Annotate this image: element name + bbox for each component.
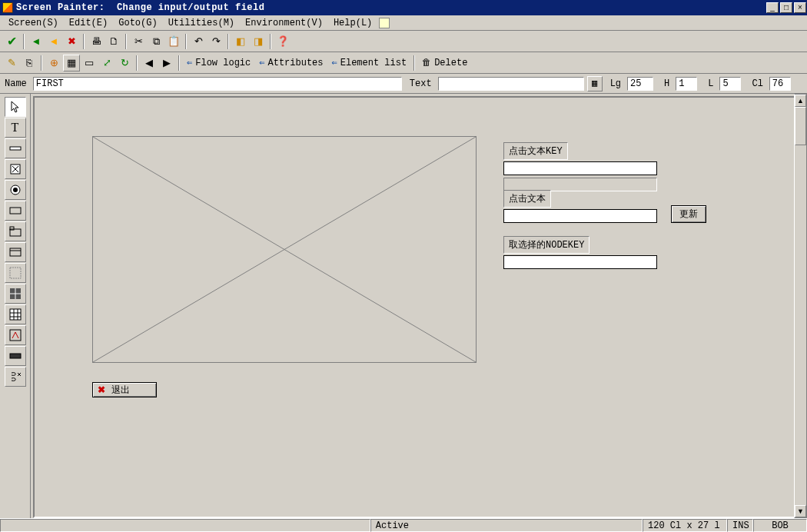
help-doc-icon: [379, 18, 390, 28]
refresh-icon[interactable]: ↻: [116, 55, 133, 71]
status-user: BOB: [753, 519, 807, 532]
label-selected-nodekey: 取选择的NODEKEY: [503, 236, 589, 254]
work-area: T 点击文本KEY 点击文本 更新: [0, 94, 807, 518]
svg-point-3: [13, 188, 18, 192]
cancel-icon[interactable]: ✖: [63, 33, 80, 50]
tool-radio-icon[interactable]: [5, 180, 26, 200]
update-button[interactable]: 更新: [671, 205, 706, 223]
window-titlebar: Screen Painter: Change input/output fiel…: [0, 0, 807, 15]
scroll-up-icon[interactable]: ▲: [795, 95, 806, 107]
next-icon[interactable]: ▶: [158, 55, 175, 71]
property-row: Name Text ▦ Lg H L Cl: [0, 74, 807, 94]
text-picker-icon[interactable]: ▦: [587, 76, 603, 91]
tool-status-icon[interactable]: [5, 346, 26, 366]
print-icon[interactable]: 🖶: [88, 33, 105, 50]
grid-icon[interactable]: ▦: [63, 55, 80, 71]
menu-screen[interactable]: Screen(S): [3, 16, 64, 30]
tool-text-icon[interactable]: T: [5, 118, 26, 138]
input-click-text[interactable]: [503, 209, 657, 223]
exit-button[interactable]: ✖ 退出: [92, 382, 157, 397]
maximize-button[interactable]: □: [780, 2, 792, 13]
standard-toolbar: ✔ ◄ ◄ ✖ 🖶 🗋 ✂ ⧉ 📋 ↶ ↷ ◧ ◨ ❓: [0, 31, 807, 52]
layout-canvas[interactable]: 点击文本KEY 点击文本 更新 取选择的NODEKEY ✖ 退出: [33, 96, 807, 518]
lg-label: Lg: [610, 78, 621, 89]
name-input[interactable]: [33, 77, 402, 91]
label-click-text: 点击文本: [503, 190, 551, 208]
find-icon[interactable]: 🗋: [105, 33, 122, 50]
cut-icon[interactable]: ✂: [130, 33, 147, 50]
arrow-left-icon: ⇐: [259, 57, 264, 68]
element-list-button[interactable]: ⇐ Element list: [328, 55, 411, 71]
input-click-text-key[interactable]: [503, 161, 657, 175]
session2-icon[interactable]: ◨: [250, 33, 267, 50]
lg-input[interactable]: [627, 77, 653, 91]
tool-tabstrip-icon[interactable]: [5, 221, 26, 241]
status-position: 120 Cl x 27 l: [643, 519, 727, 532]
status-mode: Active: [370, 519, 643, 532]
status-bar: Active 120 Cl x 27 l INS BOB: [0, 518, 807, 532]
menu-goto[interactable]: Goto(G): [113, 16, 162, 30]
redo-icon[interactable]: ↷: [208, 33, 224, 50]
l-label: L: [708, 78, 713, 89]
tool-pushbutton-icon[interactable]: [5, 201, 26, 221]
element-list-label: Element list: [340, 58, 407, 68]
svg-rect-13: [10, 309, 21, 320]
copy-icon[interactable]: ⧉: [148, 33, 164, 50]
status-insert: INS: [727, 519, 753, 532]
tool-subscreen-icon[interactable]: [5, 263, 26, 283]
custom-control-placeholder[interactable]: [92, 136, 477, 363]
delete-button[interactable]: 🗑 Delete: [418, 55, 471, 71]
delete-label: Delete: [434, 58, 467, 68]
menu-environment[interactable]: Environment(V): [240, 16, 328, 30]
undo-icon[interactable]: ↶: [190, 33, 207, 50]
menu-help[interactable]: Help(L): [328, 16, 377, 30]
flow-logic-button[interactable]: ⇐ Flow logic: [183, 55, 254, 71]
window-title: Screen Painter: Change input/output fiel…: [16, 2, 765, 13]
enter-icon[interactable]: ✔: [3, 33, 20, 50]
back-icon[interactable]: ◄: [28, 33, 45, 50]
window-icon[interactable]: ▭: [81, 55, 98, 71]
paste-icon[interactable]: 📋: [165, 33, 182, 50]
tool-tablecontrol-icon[interactable]: [5, 304, 26, 324]
help-icon[interactable]: ❓: [274, 33, 291, 50]
exit-icon[interactable]: ◄: [45, 33, 62, 50]
menu-utilities[interactable]: Utilities(M): [163, 16, 240, 30]
h-label: H: [664, 78, 669, 89]
cl-input[interactable]: [769, 77, 791, 91]
attributes-label: Attributes: [267, 58, 323, 68]
label-click-text-key: 点击文本KEY: [503, 142, 568, 160]
session1-icon[interactable]: ◧: [232, 33, 249, 50]
attributes-button[interactable]: ⇐ Attributes: [255, 55, 327, 71]
vertical-scrollbar[interactable]: ▲ ▼: [794, 94, 807, 518]
fullscreen-icon[interactable]: ⤢: [98, 55, 115, 71]
check-icon[interactable]: ✎: [3, 55, 20, 71]
prev-icon[interactable]: ◀: [141, 55, 158, 71]
flow-logic-label: Flow logic: [195, 58, 251, 68]
tool-checkbox-icon[interactable]: [5, 159, 26, 179]
close-button[interactable]: ×: [794, 2, 806, 13]
activate-icon[interactable]: ⎘: [21, 55, 38, 71]
scroll-thumb[interactable]: [795, 107, 806, 145]
text-input[interactable]: [438, 77, 584, 91]
tool-table-dark-icon[interactable]: [5, 284, 26, 304]
tool-ole-icon[interactable]: [5, 367, 26, 387]
menu-edit[interactable]: Edit(E): [64, 16, 113, 30]
tool-box-icon[interactable]: [5, 242, 26, 262]
svg-rect-19: [10, 354, 21, 358]
layout-icon[interactable]: ⊕: [45, 55, 62, 71]
element-palette: T: [0, 94, 31, 518]
svg-rect-0: [10, 147, 21, 150]
l-input[interactable]: [719, 77, 741, 91]
h-input[interactable]: [676, 77, 697, 91]
svg-rect-7: [10, 248, 21, 256]
scroll-down-icon[interactable]: ▼: [795, 505, 806, 517]
tool-custom-icon[interactable]: [5, 325, 26, 345]
app-icon: [2, 2, 13, 13]
input-selected-nodekey[interactable]: [503, 255, 657, 269]
trash-icon: 🗑: [422, 57, 431, 68]
svg-rect-9: [10, 268, 21, 278]
minimize-button[interactable]: _: [766, 2, 779, 13]
tool-pointer-icon[interactable]: [5, 97, 26, 117]
svg-rect-4: [10, 208, 21, 214]
tool-input-icon[interactable]: [5, 138, 26, 158]
